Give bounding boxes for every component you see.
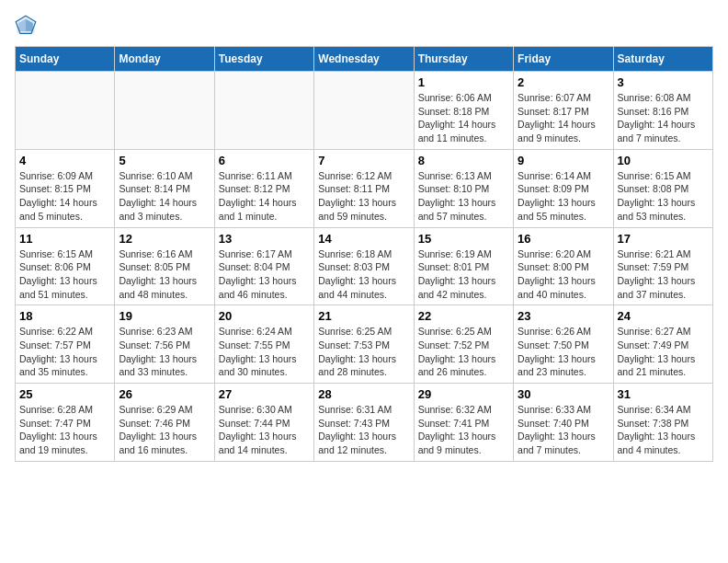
calendar-week-row: 25Sunrise: 6:28 AMSunset: 7:47 PMDayligh…	[16, 384, 713, 462]
day-number: 4	[19, 154, 110, 167]
calendar-cell: 11Sunrise: 6:15 AMSunset: 8:06 PMDayligh…	[16, 227, 115, 305]
calendar-table: SundayMondayTuesdayWednesdayThursdayFrid…	[15, 46, 713, 462]
day-number: 12	[119, 232, 210, 246]
day-number: 29	[418, 387, 509, 401]
day-info: Sunrise: 6:06 AMSunset: 8:18 PMDaylight:…	[418, 91, 509, 145]
day-number: 27	[219, 387, 310, 401]
day-info: Sunrise: 6:34 AMSunset: 7:38 PMDaylight:…	[618, 403, 709, 457]
day-number: 31	[618, 387, 709, 401]
day-number: 8	[418, 154, 509, 167]
day-number: 6	[219, 154, 310, 167]
day-info: Sunrise: 6:07 AMSunset: 8:17 PMDaylight:…	[518, 91, 609, 145]
day-info: Sunrise: 6:17 AMSunset: 8:04 PMDaylight:…	[219, 247, 310, 302]
calendar-cell: 1Sunrise: 6:06 AMSunset: 8:18 PMDaylight…	[414, 72, 513, 150]
day-number: 21	[318, 309, 409, 323]
day-number: 5	[119, 154, 210, 167]
page-header	[15, 15, 713, 37]
day-info: Sunrise: 6:08 AMSunset: 8:16 PMDaylight:…	[618, 91, 709, 145]
day-info: Sunrise: 6:13 AMSunset: 8:10 PMDaylight:…	[418, 169, 509, 224]
day-number: 3	[618, 75, 709, 89]
calendar-cell: 31Sunrise: 6:34 AMSunset: 7:38 PMDayligh…	[613, 384, 712, 462]
calendar-cell: 18Sunrise: 6:22 AMSunset: 7:57 PMDayligh…	[16, 305, 115, 384]
day-of-week-header: Thursday	[414, 47, 513, 72]
day-number: 11	[19, 232, 110, 246]
calendar-cell: 12Sunrise: 6:16 AMSunset: 8:05 PMDayligh…	[115, 227, 214, 305]
calendar-cell: 16Sunrise: 6:20 AMSunset: 8:00 PMDayligh…	[514, 227, 613, 305]
calendar-cell: 24Sunrise: 6:27 AMSunset: 7:49 PMDayligh…	[613, 305, 712, 384]
day-number: 14	[318, 232, 409, 246]
day-of-week-header: Tuesday	[214, 47, 313, 72]
logo	[15, 15, 40, 37]
day-number: 26	[119, 387, 210, 401]
day-info: Sunrise: 6:18 AMSunset: 8:03 PMDaylight:…	[318, 247, 409, 302]
day-info: Sunrise: 6:26 AMSunset: 7:50 PMDaylight:…	[518, 325, 609, 379]
calendar-cell: 7Sunrise: 6:12 AMSunset: 8:11 PMDaylight…	[314, 149, 414, 227]
calendar-cell: 17Sunrise: 6:21 AMSunset: 7:59 PMDayligh…	[613, 227, 712, 305]
day-number: 13	[219, 232, 310, 246]
logo-icon	[15, 15, 37, 37]
day-info: Sunrise: 6:25 AMSunset: 7:52 PMDaylight:…	[418, 325, 509, 379]
calendar-cell: 26Sunrise: 6:29 AMSunset: 7:46 PMDayligh…	[115, 384, 214, 462]
day-of-week-header: Sunday	[16, 47, 115, 72]
day-info: Sunrise: 6:22 AMSunset: 7:57 PMDaylight:…	[19, 325, 110, 379]
day-info: Sunrise: 6:30 AMSunset: 7:44 PMDaylight:…	[219, 403, 310, 457]
calendar-cell: 4Sunrise: 6:09 AMSunset: 8:15 PMDaylight…	[16, 149, 115, 227]
calendar-cell	[16, 72, 115, 150]
calendar-cell: 30Sunrise: 6:33 AMSunset: 7:40 PMDayligh…	[514, 384, 613, 462]
day-info: Sunrise: 6:14 AMSunset: 8:09 PMDaylight:…	[518, 169, 609, 224]
day-of-week-header: Monday	[115, 47, 214, 72]
day-of-week-header: Friday	[514, 47, 613, 72]
day-info: Sunrise: 6:11 AMSunset: 8:12 PMDaylight:…	[219, 169, 310, 224]
day-info: Sunrise: 6:16 AMSunset: 8:05 PMDaylight:…	[119, 247, 210, 302]
day-number: 30	[518, 387, 609, 401]
day-number: 15	[418, 232, 509, 246]
day-info: Sunrise: 6:09 AMSunset: 8:15 PMDaylight:…	[19, 169, 110, 224]
calendar-cell: 28Sunrise: 6:31 AMSunset: 7:43 PMDayligh…	[314, 384, 414, 462]
calendar-cell: 20Sunrise: 6:24 AMSunset: 7:55 PMDayligh…	[214, 305, 313, 384]
calendar-cell: 15Sunrise: 6:19 AMSunset: 8:01 PMDayligh…	[414, 227, 513, 305]
day-number: 19	[119, 309, 210, 323]
day-info: Sunrise: 6:33 AMSunset: 7:40 PMDaylight:…	[518, 403, 609, 457]
calendar-cell: 14Sunrise: 6:18 AMSunset: 8:03 PMDayligh…	[314, 227, 414, 305]
calendar-cell: 21Sunrise: 6:25 AMSunset: 7:53 PMDayligh…	[314, 305, 414, 384]
day-number: 9	[518, 154, 609, 167]
calendar-week-row: 18Sunrise: 6:22 AMSunset: 7:57 PMDayligh…	[16, 305, 713, 384]
day-number: 18	[19, 309, 110, 323]
day-info: Sunrise: 6:27 AMSunset: 7:49 PMDaylight:…	[618, 325, 709, 379]
day-number: 1	[418, 75, 509, 89]
day-number: 22	[418, 309, 509, 323]
calendar-cell	[314, 72, 414, 150]
calendar-cell: 13Sunrise: 6:17 AMSunset: 8:04 PMDayligh…	[214, 227, 313, 305]
calendar-cell: 3Sunrise: 6:08 AMSunset: 8:16 PMDaylight…	[613, 72, 712, 150]
calendar-cell	[115, 72, 214, 150]
calendar-cell: 25Sunrise: 6:28 AMSunset: 7:47 PMDayligh…	[16, 384, 115, 462]
day-number: 7	[318, 154, 409, 167]
calendar-cell: 10Sunrise: 6:15 AMSunset: 8:08 PMDayligh…	[613, 149, 712, 227]
day-info: Sunrise: 6:15 AMSunset: 8:06 PMDaylight:…	[19, 247, 110, 302]
calendar-week-row: 1Sunrise: 6:06 AMSunset: 8:18 PMDaylight…	[16, 72, 713, 150]
calendar-cell: 23Sunrise: 6:26 AMSunset: 7:50 PMDayligh…	[514, 305, 613, 384]
day-info: Sunrise: 6:10 AMSunset: 8:14 PMDaylight:…	[119, 169, 210, 224]
calendar-header-row: SundayMondayTuesdayWednesdayThursdayFrid…	[16, 47, 713, 72]
day-number: 25	[19, 387, 110, 401]
day-info: Sunrise: 6:28 AMSunset: 7:47 PMDaylight:…	[19, 403, 110, 457]
day-of-week-header: Saturday	[613, 47, 712, 72]
day-info: Sunrise: 6:32 AMSunset: 7:41 PMDaylight:…	[418, 403, 509, 457]
day-number: 10	[618, 154, 709, 167]
calendar-cell: 8Sunrise: 6:13 AMSunset: 8:10 PMDaylight…	[414, 149, 513, 227]
calendar-cell: 22Sunrise: 6:25 AMSunset: 7:52 PMDayligh…	[414, 305, 513, 384]
day-number: 20	[219, 309, 310, 323]
day-info: Sunrise: 6:20 AMSunset: 8:00 PMDaylight:…	[518, 247, 609, 302]
day-number: 17	[618, 232, 709, 246]
calendar-cell	[214, 72, 313, 150]
day-info: Sunrise: 6:25 AMSunset: 7:53 PMDaylight:…	[318, 325, 409, 379]
calendar-week-row: 11Sunrise: 6:15 AMSunset: 8:06 PMDayligh…	[16, 227, 713, 305]
day-info: Sunrise: 6:19 AMSunset: 8:01 PMDaylight:…	[418, 247, 509, 302]
calendar-cell: 29Sunrise: 6:32 AMSunset: 7:41 PMDayligh…	[414, 384, 513, 462]
calendar-cell: 27Sunrise: 6:30 AMSunset: 7:44 PMDayligh…	[214, 384, 313, 462]
day-info: Sunrise: 6:15 AMSunset: 8:08 PMDaylight:…	[618, 169, 709, 224]
day-number: 24	[618, 309, 709, 323]
day-of-week-header: Wednesday	[314, 47, 414, 72]
calendar-cell: 19Sunrise: 6:23 AMSunset: 7:56 PMDayligh…	[115, 305, 214, 384]
day-number: 2	[518, 75, 609, 89]
